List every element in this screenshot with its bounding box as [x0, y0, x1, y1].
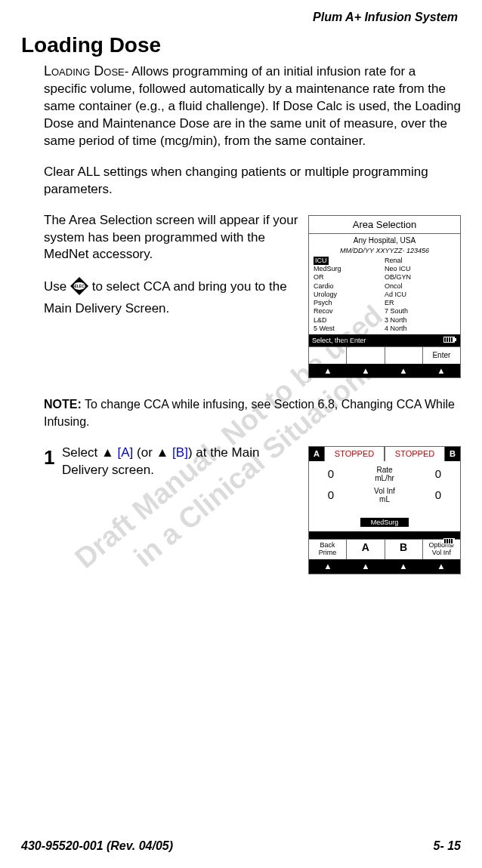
channel-b-badge: B	[445, 447, 460, 461]
area-item[interactable]: 4 North	[385, 325, 456, 333]
screen2-arrow-row: ▲ ▲ ▲ ▲	[309, 559, 460, 574]
rate-a-value: 0	[320, 466, 342, 482]
area-item[interactable]: ER	[385, 299, 456, 307]
area-item[interactable]: MedSurg	[314, 265, 385, 273]
up-triangle-icon: ▲	[347, 559, 385, 574]
volinf-b-value: 0	[427, 488, 450, 503]
area-col-left: ICU MedSurg OR Cardio Urology Psych Reco…	[314, 257, 385, 333]
area-selection-screen: Area Selection Any Hospital, USA MM/DD/Y…	[308, 215, 461, 379]
area-item[interactable]: Cardio	[314, 282, 385, 291]
area-item[interactable]: L&D	[314, 316, 385, 325]
area-item-selected[interactable]: ICU	[314, 257, 385, 265]
select-key-icon: SELECT	[70, 277, 88, 300]
area-item[interactable]: Renal	[385, 257, 456, 265]
footer-doc-id: 430-95520-001 (Rev. 04/05)	[21, 839, 173, 853]
channel-a-status: STOPPED	[324, 447, 385, 461]
area-list: ICU MedSurg OR Cardio Urology Psych Reco…	[309, 257, 460, 334]
svg-rect-10	[455, 540, 456, 543]
up-triangle-icon: ▲	[422, 559, 460, 574]
screen1-date-id: MM/DD/YY XXYYZZ- 123456	[309, 246, 460, 257]
softkey-back-prime[interactable]: BackPrime	[309, 540, 346, 559]
up-triangle-icon: ▲	[156, 445, 169, 460]
screen1-instruction-bar: Select, then Enter	[309, 334, 460, 346]
area-item[interactable]: OR	[314, 273, 385, 282]
area-item[interactable]: 3 North	[385, 316, 456, 325]
up-triangle-icon: ▲	[309, 559, 347, 574]
page-footer: 430-95520-001 (Rev. 04/05) 5- 15	[21, 839, 461, 853]
screen1-softkey-3[interactable]	[385, 347, 422, 364]
volinf-label: Vol InfmL	[364, 487, 405, 503]
svg-rect-5	[451, 337, 453, 342]
area-item[interactable]: Neo ICU	[385, 265, 456, 273]
document-page: Draft Manual- Not to be used in a Clinic…	[0, 0, 482, 868]
svg-rect-1	[455, 338, 456, 341]
footer-page-number: 5- 15	[434, 839, 461, 853]
lead-caps: Loading Dose	[44, 63, 125, 78]
up-triangle-icon: ▲	[385, 559, 422, 574]
screen1-title: Area Selection	[309, 216, 460, 235]
area-col-right: Renal Neo ICU OB/GYN Oncol Ad ICU ER 7 S…	[385, 257, 456, 333]
screen2-blackbar	[309, 531, 460, 539]
cca-label: MedSurg	[360, 518, 409, 527]
channel-a-badge: A	[309, 447, 324, 461]
area-item[interactable]: 7 South	[385, 307, 456, 315]
area-item[interactable]: Ad ICU	[385, 291, 456, 299]
screen1-instruction-text: Select, then Enter	[312, 336, 366, 345]
body-column: Loading Dose- Allows programming of an i…	[21, 62, 461, 583]
screen1-arrow-row: ▲ ▲ ▲ ▲	[309, 364, 460, 378]
area-item[interactable]: Psych	[314, 299, 385, 307]
channel-a-link[interactable]: [A]	[114, 445, 134, 460]
running-header: Plum A+ Infusion System	[21, 0, 461, 24]
svg-rect-14	[451, 539, 453, 543]
svg-rect-3	[446, 337, 448, 342]
step-1-number: 1	[44, 445, 62, 471]
screen2-softkey-row: BackPrime A B Options/Vol Inf	[309, 539, 460, 559]
svg-rect-12	[446, 539, 448, 543]
battery-icon	[443, 532, 457, 549]
rate-b-value: 0	[427, 466, 450, 482]
note-label: NOTE:	[44, 398, 82, 411]
step-1-text: Select ▲ [A] (or ▲ [B]) at the Main Deli…	[62, 445, 301, 479]
ab-status-row: A STOPPED STOPPED B	[309, 447, 460, 461]
area-item[interactable]: Oncol	[385, 282, 456, 291]
step-1: 1 Select ▲ [A] (or ▲ [B]) at the Main De…	[44, 445, 301, 479]
note-block: NOTE: To change CCA while infusing, see …	[44, 396, 461, 431]
note-text-plain: To change CCA while infusing,	[82, 398, 252, 411]
svg-rect-4	[449, 337, 450, 342]
battery-icon	[443, 336, 457, 345]
svg-text:SELECT: SELECT	[72, 284, 87, 288]
volinf-row: 0 Vol InfmL 0	[309, 482, 460, 503]
main-delivery-screen: A STOPPED STOPPED B 0 RatemL/hr 0 0 Vol …	[308, 446, 461, 574]
area-item[interactable]: OB/GYN	[385, 273, 456, 282]
screen1-softkey-1[interactable]	[309, 347, 346, 364]
page-title: Loading Dose	[21, 33, 461, 57]
up-triangle-icon: ▲	[309, 364, 347, 378]
softkey-a[interactable]: A	[346, 540, 384, 559]
screen1-hospital: Any Hospital, USA	[309, 234, 460, 246]
clear-settings-paragraph: Clear ALL settings when changing patient…	[44, 164, 461, 199]
svg-rect-13	[449, 539, 450, 543]
area-item[interactable]: Recov	[314, 307, 385, 315]
up-triangle-icon: ▲	[101, 445, 114, 460]
svg-rect-2	[444, 337, 446, 342]
area-item[interactable]: Urology	[314, 291, 385, 299]
screen1-softkey-enter[interactable]: Enter	[422, 347, 460, 364]
up-triangle-icon: ▲	[422, 364, 460, 378]
volinf-a-value: 0	[320, 488, 342, 503]
cca-bar: MedSurg	[309, 512, 460, 530]
svg-rect-11	[444, 539, 446, 543]
screen1-softkey-row: Enter	[309, 346, 460, 364]
channel-b-status: STOPPED	[385, 447, 445, 461]
rate-label: RatemL/hr	[364, 466, 405, 482]
area-item[interactable]: 5 West	[314, 325, 385, 333]
rate-row: 0 RatemL/hr 0	[309, 461, 460, 482]
softkey-b[interactable]: B	[385, 540, 422, 559]
up-triangle-icon: ▲	[347, 364, 385, 378]
use-select-text-a: Use	[44, 279, 70, 294]
up-triangle-icon: ▲	[385, 364, 422, 378]
intro-paragraph: Loading Dose- Allows programming of an i…	[44, 62, 461, 150]
channel-b-link[interactable]: [B]	[168, 445, 188, 460]
screen1-softkey-2[interactable]	[346, 347, 384, 364]
